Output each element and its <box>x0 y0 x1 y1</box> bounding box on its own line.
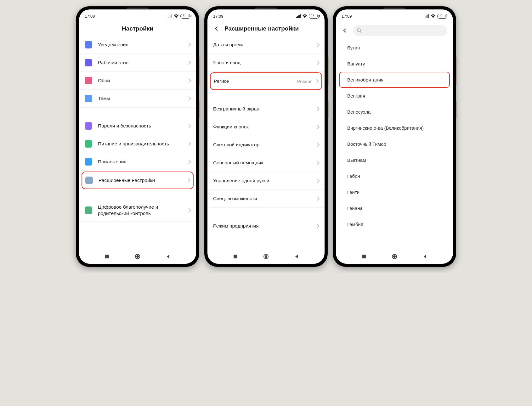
chevron-right-icon <box>315 107 320 111</box>
region-list-item[interactable]: Бутан <box>336 40 453 56</box>
row-label: Сенсорный помощник <box>213 160 316 166</box>
row-label: Дата и время <box>213 42 316 48</box>
nav-home[interactable] <box>134 253 141 260</box>
settings-row[interactable]: Пароли и безопасность <box>79 117 196 135</box>
region-list-item[interactable]: Гамбия <box>336 216 453 232</box>
settings-row[interactable]: Обои <box>79 72 196 90</box>
nav-home[interactable] <box>262 253 270 260</box>
region-list-item[interactable]: Вьетнам <box>336 152 453 168</box>
row-icon <box>85 158 92 166</box>
phone-frame-3: 17:09 11 БутанВануатуВеликобританияВенгр… <box>333 6 456 267</box>
row-label: Рабочий стол <box>98 59 187 66</box>
settings-row[interactable]: Расширенные настройки <box>82 172 194 189</box>
phone-frame-1: 17:08 11 Настройки УведомленияРабочий ст… <box>76 6 199 267</box>
back-button[interactable] <box>342 27 348 34</box>
row-label: Функции кнопок <box>213 124 316 130</box>
svg-line-25 <box>360 31 361 33</box>
settings-row[interactable]: Питание и производительность <box>79 135 196 153</box>
chevron-right-icon <box>315 143 320 147</box>
settings-row[interactable]: Дата и время <box>207 36 325 54</box>
region-list-item[interactable]: Восточный Тимор <box>336 136 453 152</box>
row-label: Расширенные настройки <box>99 177 187 183</box>
wifi-icon <box>431 14 436 18</box>
nav-home[interactable] <box>391 253 398 260</box>
nav-recent[interactable] <box>360 253 368 260</box>
signal-icon <box>168 14 172 18</box>
settings-row[interactable]: Спец. возможности <box>207 190 325 208</box>
region-list-item[interactable]: Габон <box>336 168 453 184</box>
row-icon <box>85 59 92 66</box>
svg-point-8 <box>136 255 139 258</box>
nav-back[interactable] <box>293 253 300 260</box>
settings-row[interactable]: Темы <box>79 90 196 108</box>
chevron-right-icon <box>315 224 320 228</box>
nav-recent[interactable] <box>232 253 239 260</box>
nav-back[interactable] <box>421 253 429 260</box>
row-icon <box>85 77 92 84</box>
settings-row[interactable]: Управление одной рукой <box>207 172 325 190</box>
settings-row[interactable]: Световой индикатор <box>207 136 325 154</box>
row-label: Цифровое благополучие и родительский кон… <box>98 204 187 217</box>
chevron-right-icon <box>314 79 319 83</box>
chevron-right-icon <box>187 96 191 101</box>
chevron-right-icon <box>187 78 191 83</box>
region-list-item[interactable]: Венесуэла <box>336 104 453 120</box>
chevron-right-icon <box>315 60 320 65</box>
row-label: Режим предприятия <box>213 223 316 229</box>
settings-row[interactable]: Режим предприятия <box>207 217 325 235</box>
svg-rect-6 <box>105 255 109 258</box>
svg-rect-2 <box>170 15 170 18</box>
row-label: Регион <box>214 78 297 84</box>
search-input[interactable] <box>353 25 447 36</box>
svg-rect-26 <box>362 255 366 258</box>
region-list-item[interactable]: Виргинские о-ва (Великобритания) <box>336 120 453 136</box>
svg-rect-9 <box>296 17 297 18</box>
chevron-right-icon <box>187 60 191 65</box>
settings-row[interactable]: Сенсорный помощник <box>207 154 325 172</box>
settings-row[interactable]: Функции кнопок <box>207 118 325 136</box>
settings-row[interactable]: Приложения <box>79 153 196 171</box>
svg-point-14 <box>304 17 305 18</box>
row-label: Язык и ввод <box>213 59 316 66</box>
region-list-item[interactable]: Гаити <box>336 184 453 200</box>
region-list-item[interactable]: Гайана <box>336 200 453 216</box>
settings-row[interactable]: Язык и ввод <box>207 54 325 72</box>
nav-recent[interactable] <box>103 253 111 260</box>
svg-rect-21 <box>427 15 428 18</box>
svg-rect-11 <box>298 15 299 18</box>
svg-rect-19 <box>426 16 426 18</box>
row-label: Пароли и безопасность <box>98 123 187 129</box>
android-navbar <box>207 249 325 264</box>
settings-row[interactable]: Уведомления <box>79 36 196 54</box>
clock: 17:09 <box>342 14 352 19</box>
row-icon <box>85 206 92 214</box>
svg-rect-3 <box>171 15 171 18</box>
row-label: Световой индикатор <box>213 142 316 148</box>
svg-rect-15 <box>234 255 237 258</box>
status-bar: 17:09 11 <box>207 9 325 21</box>
row-label: Спец. возможности <box>213 195 316 202</box>
settings-row[interactable]: РегионРоссия <box>210 72 322 90</box>
back-button[interactable] <box>213 25 220 32</box>
settings-row[interactable]: Рабочий стол <box>79 54 196 72</box>
row-label: Питание и производительность <box>98 141 187 147</box>
advanced-header: Расширенные настройки <box>207 21 325 36</box>
region-list-item[interactable]: Вануату <box>336 56 453 72</box>
row-icon <box>85 122 92 130</box>
nav-back[interactable] <box>164 253 172 260</box>
clock: 17:08 <box>85 14 95 19</box>
wifi-icon <box>174 14 179 18</box>
phone-frame-2: 17:09 11 Расширенные настройки Дата и вр… <box>204 6 328 267</box>
row-icon <box>85 95 92 102</box>
row-label: Приложения <box>98 159 187 165</box>
settings-row[interactable]: Безграничный экран <box>207 100 325 118</box>
battery-icon: 11 <box>437 14 447 19</box>
settings-row[interactable]: Цифровое благополучие и родительский кон… <box>79 199 196 222</box>
row-label: Уведомления <box>98 42 187 48</box>
region-list-item[interactable]: Венгрия <box>336 88 453 104</box>
page-title: Расширенные настройки <box>224 25 299 32</box>
svg-point-5 <box>176 17 177 18</box>
svg-rect-20 <box>427 15 427 18</box>
region-list-item[interactable]: Великобритания <box>339 72 450 88</box>
svg-rect-1 <box>169 16 169 18</box>
